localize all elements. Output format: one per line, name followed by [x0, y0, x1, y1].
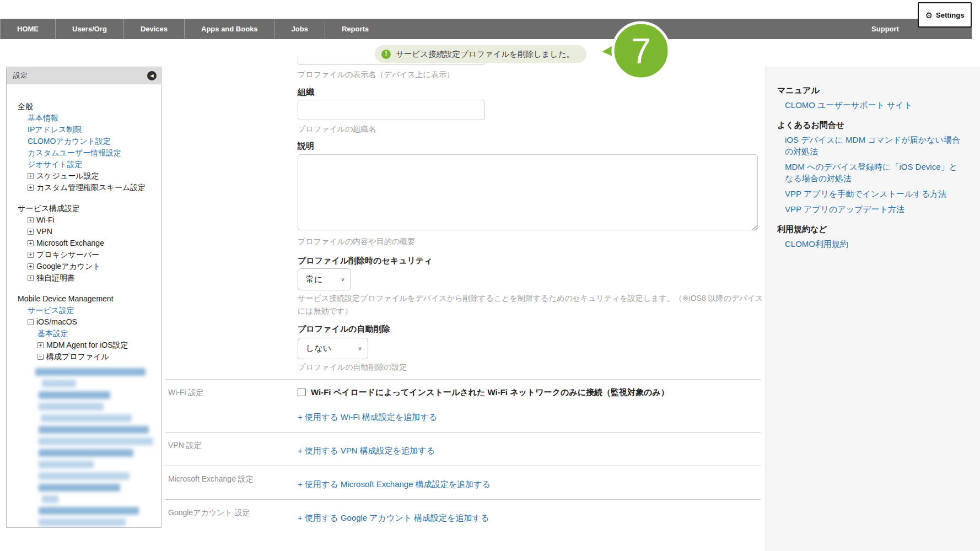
sidebar-item-label: iOS/macOS: [36, 317, 77, 326]
redacted-sidebar-item[interactable]: [39, 437, 153, 445]
success-exclamation-icon: !: [381, 50, 391, 59]
add-config-link[interactable]: + 使用する Google アカウント 構成設定を追加する: [298, 513, 761, 523]
nav-item[interactable]: Apps and Books: [184, 19, 274, 39]
description-hint: プロファイルの内容や目的の概要: [298, 237, 415, 247]
nav-item[interactable]: Jobs: [274, 19, 325, 39]
nav-item[interactable]: Devices: [123, 19, 184, 39]
step-7-annotation-badge: 7: [593, 17, 675, 84]
help-item-label: 利用規約など: [777, 224, 827, 234]
payload-section: Microsoft Exchange 設定 + 使用する Microsoft E…: [165, 466, 761, 499]
nav-item-label: HOME: [17, 25, 39, 33]
expand-toggle-icon[interactable]: +: [28, 185, 34, 191]
auto-remove-select[interactable]: しない ∨: [298, 338, 368, 359]
sidebar-item-label: 全般: [18, 102, 33, 111]
expand-toggle-icon[interactable]: +: [28, 217, 34, 223]
display-name-hint: プロファイルの表示名（デバイス上に表示）: [298, 70, 454, 80]
sidebar-item-label: カスタム管理権限スキーム設定: [36, 183, 146, 192]
removal-security-select[interactable]: 常に ∨: [298, 268, 351, 290]
sidebar-item-label: CLOMOアカウント設定: [28, 137, 111, 145]
sidebar-item[interactable]: −iOS/macOS: [7, 316, 159, 327]
expand-toggle-icon[interactable]: +: [28, 275, 34, 281]
help-item: マニュアル: [777, 85, 980, 95]
help-item-label: iOS デバイスに MDM コマンドが届かない場合の対処法: [785, 135, 960, 156]
expand-toggle-icon[interactable]: +: [28, 229, 34, 235]
sidebar-item[interactable]: +Microsoft Exchange: [7, 237, 159, 249]
sidebar-item-label: ジオサイト設定: [28, 160, 83, 169]
add-config-link[interactable]: + 使用する Microsoft Exchange 構成設定を追加する: [298, 479, 761, 490]
sidebar-item-label: Wi-Fi: [36, 215, 55, 224]
org-input[interactable]: [298, 100, 485, 120]
expand-toggle-icon[interactable]: +: [28, 240, 34, 246]
sidebar-item[interactable]: +VPN: [7, 226, 159, 237]
expand-toggle-icon[interactable]: −: [28, 319, 34, 325]
sidebar-collapse-button[interactable]: ◀: [147, 71, 157, 80]
nav-support-link[interactable]: Support: [865, 19, 905, 39]
sidebar-item[interactable]: +Googleアカウント: [7, 261, 159, 272]
nav-item[interactable]: HOME: [0, 19, 55, 39]
expand-toggle-icon[interactable]: +: [28, 263, 34, 269]
sidebar-item[interactable]: 基本設定: [7, 328, 159, 339]
expand-toggle-icon[interactable]: +: [37, 342, 44, 348]
redacted-sidebar-item[interactable]: [39, 472, 130, 480]
nav-item-label: Reports: [342, 25, 369, 33]
help-item[interactable]: VPP アプリを手動でインストールする方法: [777, 188, 963, 199]
sidebar-item[interactable]: CLOMOアカウント設定: [7, 136, 159, 147]
redacted-sidebar-item[interactable]: [39, 484, 120, 491]
sidebar-item[interactable]: 基本情報: [7, 112, 159, 123]
sidebar-item[interactable]: −構成プロファイル: [7, 351, 159, 362]
settings-tab[interactable]: ⚙ Settings: [918, 2, 972, 28]
sidebar-item[interactable]: +Wi-Fi: [7, 214, 159, 225]
help-sidebar: マニュアルCLOMO ユーザーサポート サイトよくあるお問合せiOS デバイスに…: [766, 67, 980, 551]
help-item[interactable]: CLOMO利用規約: [777, 238, 963, 250]
sidebar-item[interactable]: +MDM Agent for iOS設定: [7, 339, 159, 350]
help-item[interactable]: CLOMO ユーザーサポート サイト: [777, 99, 963, 111]
sidebar-title: 設定: [13, 71, 28, 80]
sidebar-item: 全般: [7, 101, 159, 112]
redacted-sidebar-item[interactable]: [39, 507, 139, 515]
sidebar-item[interactable]: +独自証明書: [7, 272, 159, 283]
redacted-sidebar-item[interactable]: [39, 426, 149, 434]
help-item-label: VPP アプリのアップデート方法: [785, 204, 904, 214]
redacted-sidebar-item[interactable]: [39, 449, 133, 457]
add-config-link[interactable]: + 使用する Wi-Fi 構成設定を追加する: [298, 412, 761, 423]
redacted-sidebar-item[interactable]: [41, 414, 132, 422]
wifi-only-checkbox[interactable]: Wi-Fi ペイロードによってインストールされた Wi-Fi ネットワークのみに…: [298, 387, 761, 398]
sidebar-item[interactable]: ジオサイト設定: [7, 159, 159, 170]
redacted-sidebar-item[interactable]: [39, 461, 94, 468]
checkbox-icon[interactable]: [298, 388, 306, 396]
redacted-sidebar-item[interactable]: [39, 518, 126, 526]
expand-toggle-icon[interactable]: −: [37, 354, 44, 360]
nav-item[interactable]: Users/Org: [55, 19, 123, 39]
add-config-link[interactable]: + 使用する VPN 構成設定を追加する: [298, 446, 761, 456]
sidebar-item[interactable]: +プロキシサーバー: [7, 249, 159, 260]
settings-sidebar: 設定 ◀ 全般基本情報IPアドレス制限CLOMOアカウント設定カスタムユーザー情…: [6, 67, 161, 528]
sidebar-item-label: サービス構成設定: [18, 204, 80, 213]
removal-security-hint: サービス接続設定プロファイルをデバイスから削除することを制限するためのセキュリテ…: [298, 292, 763, 317]
redacted-sidebar-item[interactable]: [39, 403, 104, 410]
redacted-sidebar-item[interactable]: [39, 391, 110, 399]
redacted-sidebar-item[interactable]: [42, 495, 58, 503]
sidebar-item[interactable]: カスタムユーザー情報設定: [7, 147, 159, 158]
sidebar-item: サービス構成設定: [7, 203, 159, 214]
sidebar-item[interactable]: IPアドレス制限: [7, 124, 159, 135]
nav-item-label: Devices: [141, 25, 168, 33]
description-textarea[interactable]: [298, 154, 758, 230]
sidebar-item[interactable]: +カスタム管理権限スキーム設定: [7, 182, 159, 193]
nav-item[interactable]: Reports: [325, 19, 385, 39]
auto-remove-value: しない: [306, 343, 331, 354]
help-item[interactable]: iOS デバイスに MDM コマンドが届かない場合の対処法: [777, 134, 963, 157]
removal-security-label: プロファイル削除時のセキュリティ: [298, 256, 433, 266]
section-label: Microsoft Exchange 設定: [168, 474, 254, 484]
help-item[interactable]: VPP アプリのアップデート方法: [777, 203, 963, 215]
expand-toggle-icon[interactable]: +: [28, 173, 34, 179]
help-item: よくあるお問合せ: [777, 120, 980, 130]
expand-toggle-icon[interactable]: +: [28, 252, 34, 258]
redacted-sidebar-item[interactable]: [42, 380, 76, 387]
help-item[interactable]: MDM へのデバイス登録時に「iOS Device」となる場合の対処法: [777, 161, 963, 184]
section-label: Wi-Fi 設定: [168, 388, 204, 398]
sidebar-item[interactable]: サービス設定: [7, 305, 159, 316]
redacted-sidebar-item[interactable]: [35, 368, 146, 376]
sidebar-item-label: 独自証明書: [36, 273, 75, 282]
payload-section: VPN 設定 + 使用する VPN 構成設定を追加する: [165, 432, 761, 466]
sidebar-item[interactable]: +スケジュール設定: [7, 170, 159, 181]
